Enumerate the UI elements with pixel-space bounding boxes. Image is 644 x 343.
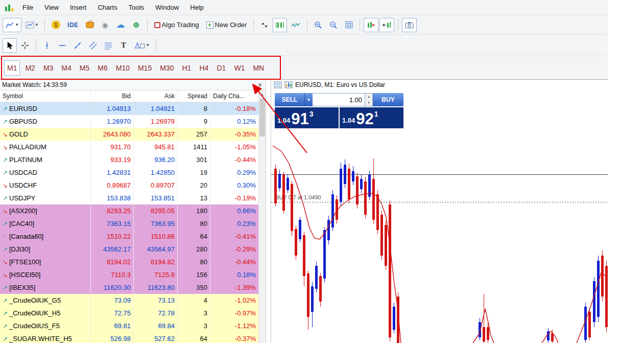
chart-profile-button[interactable]: ▾ — [22, 18, 41, 32]
buy-price-big-digits: 92 — [356, 112, 373, 127]
screenshot-button[interactable] — [402, 18, 417, 32]
market-watch-row[interactable]: ↘GOLD2643.0802643.337257-0.35% — [0, 128, 259, 141]
community-button[interactable]: ⊕ — [129, 18, 144, 32]
zoom-out-button[interactable] — [326, 18, 341, 32]
market-watch-row[interactable]: ↘[ASX200]8293.258295.051800.66% — [0, 204, 259, 217]
menu-insert[interactable]: Insert — [64, 0, 92, 15]
column-header-spread[interactable]: Spread — [178, 90, 210, 102]
symbol-name: USDCAD — [9, 169, 37, 176]
timeframe-m6[interactable]: M6 — [94, 60, 110, 76]
market-watch-row[interactable]: ↘[FTSE100]8194.028194.8280-0.44% — [0, 256, 259, 268]
symbol-cell: ↗EURUSD — [0, 102, 91, 115]
menu-help[interactable]: Help — [184, 0, 209, 15]
column-header-symbol[interactable]: Symbol — [0, 90, 91, 102]
depth-of-market-icon[interactable] — [274, 81, 282, 88]
symbol-cell: ↗[CAC40] — [0, 217, 91, 230]
shapes-tool-button[interactable]: ▾ — [132, 38, 152, 53]
close-icon[interactable]: × — [256, 80, 264, 90]
timeframe-w1[interactable]: W1 — [231, 60, 248, 76]
tick-chart-button[interactable] — [288, 18, 303, 32]
channel-tool-button[interactable] — [86, 38, 100, 53]
timeframe-m2[interactable]: M2 — [22, 60, 38, 76]
menu-charts[interactable]: Charts — [92, 0, 123, 15]
market-watch-row[interactable]: ↗[DJI30]43562.1743564.97280-0.29% — [0, 243, 259, 256]
fibonacci-tool-button[interactable] — [101, 38, 115, 53]
cloud-button[interactable]: ☁ — [113, 18, 128, 32]
ide-button[interactable]: IDE — [64, 18, 82, 32]
market-watch-row[interactable]: ↗[IBEX35]11620.3011623.80350-1.39% — [0, 281, 259, 294]
grid-button[interactable] — [342, 18, 356, 32]
timeframe-m1[interactable]: M1 — [4, 60, 20, 76]
market-watch-row[interactable]: ↗GBPUSD1.269701.2697990.12% — [0, 115, 259, 128]
column-header-bid[interactable]: Bid — [91, 90, 134, 102]
market-depth-button[interactable] — [273, 18, 287, 32]
buy-price-display[interactable]: 1.04 92 1 — [340, 107, 403, 128]
zoom-in-button[interactable] — [311, 18, 325, 32]
menu-view[interactable]: View — [39, 0, 64, 15]
market-watch-row[interactable]: ↗_CrudeOilUK_G573.0973.134-1.02% — [0, 294, 259, 307]
timeframe-mn[interactable]: MN — [250, 60, 267, 76]
timeframe-m15[interactable]: M15 — [135, 60, 155, 76]
sell-options-caret-icon[interactable]: ▼ — [304, 93, 313, 106]
chart-icon[interactable] — [284, 81, 293, 88]
timeframe-m3[interactable]: M3 — [40, 60, 56, 76]
cursor-tool-button[interactable] — [3, 38, 17, 53]
market-watch-row[interactable]: ↘USDCHF0.896870.89707200.30% — [0, 179, 259, 192]
menu-file[interactable]: File — [17, 0, 39, 15]
crosshair-tool-button[interactable] — [18, 38, 32, 53]
vertical-line-tool-button[interactable] — [40, 38, 54, 53]
market-watch-row[interactable]: ↗PLATINUM933.19936.20301-0.44% — [0, 153, 259, 166]
timeframe-m4[interactable]: M4 — [58, 60, 74, 76]
market-watch-row[interactable]: ↘PALLADIUM931.70945.811411-1.05% — [0, 141, 259, 153]
market-watch-row[interactable]: ↗USDCAD1.428311.42850190.29% — [0, 166, 259, 179]
scroll-up-icon[interactable]: ▲ — [259, 90, 266, 98]
chart-panel[interactable]: EURUSD, M1: Euro vs US Dollar SELL ▼ 1.0… — [271, 80, 608, 343]
spinner-up-icon[interactable]: ▲ — [365, 94, 372, 100]
market-watch-titlebar[interactable]: Market Watch: 14:33:59 × — [0, 80, 266, 90]
bid-cell: 69.81 — [91, 319, 134, 332]
trend-up-icon: ↗ — [3, 323, 9, 330]
market-watch-row[interactable]: ↗EURUSD1.049131.049218-0.18% — [0, 102, 259, 115]
chart-type-button[interactable]: ▾ — [3, 18, 21, 32]
sell-price-display[interactable]: 1.04 91 3 — [275, 107, 339, 128]
separator — [360, 19, 360, 31]
timeframe-d1[interactable]: D1 — [213, 60, 229, 76]
algo-trading-button[interactable]: Algo Trading — [151, 18, 202, 32]
market-watch-row[interactable]: ↘[HSCEI50]7110.37125.91560.18% — [0, 268, 259, 281]
cursor-icon — [6, 41, 13, 50]
broadcast-button[interactable]: ◉ — [98, 18, 112, 32]
column-header-ask[interactable]: Ask — [134, 90, 178, 102]
column-header-daily-change[interactable]: Daily Cha... — [210, 90, 259, 102]
menu-window[interactable]: Window — [150, 0, 184, 15]
text-tool-button[interactable]: T — [116, 38, 131, 53]
lot-size-input[interactable]: 1.00 — [313, 93, 365, 106]
timeframe-m30[interactable]: M30 — [157, 60, 177, 76]
lot-size-stepper[interactable]: ▲ ▼ — [365, 93, 373, 106]
timeframe-m5[interactable]: M5 — [77, 60, 92, 76]
market-watch-row[interactable]: ↗USDJPY153.838153.85113-0.19% — [0, 192, 259, 204]
market-watch-scrollbar[interactable]: ▲ — [258, 90, 266, 343]
new-order-button[interactable]: + New Order — [203, 18, 250, 32]
spinner-down-icon[interactable]: ▼ — [365, 100, 372, 106]
timeframe-m10[interactable]: M10 — [113, 60, 133, 76]
market-watch-row[interactable]: ↗_SUGAR.WHITE_H5526.98527.6264-0.37% — [0, 332, 259, 343]
trendline-tool-button[interactable] — [70, 38, 85, 53]
daily-change-cell: -0.18% — [210, 102, 259, 115]
market-button[interactable] — [83, 18, 97, 32]
market-watch-row[interactable]: ↗_CrudeOilUK_H572.7572.783-0.97% — [0, 307, 259, 319]
menu-tools[interactable]: Tools — [123, 0, 150, 15]
timeframe-h1[interactable]: H1 — [179, 60, 194, 76]
market-watch-row[interactable]: ↗[CAC40]7363.157363.95800.23% — [0, 217, 259, 230]
market-watch-row[interactable]: •[Canada60]1510.221510.8664-0.41% — [0, 230, 259, 243]
horizontal-line-tool-button[interactable] — [55, 38, 69, 53]
sell-button[interactable]: SELL — [275, 93, 304, 106]
auto-scroll-button[interactable] — [379, 18, 394, 32]
market-watch-row[interactable]: ↗_CrudeOilUS_F569.8169.843-1.12% — [0, 319, 259, 332]
scrollbar-thumb[interactable] — [259, 99, 265, 136]
tile-windows-button[interactable] — [257, 18, 272, 32]
buy-button[interactable]: BUY — [373, 93, 403, 106]
chart-shift-button[interactable] — [364, 18, 378, 32]
deposit-button[interactable]: $ — [49, 18, 63, 32]
timeframe-h4[interactable]: H4 — [196, 60, 211, 76]
caret-down-icon: ▾ — [36, 22, 38, 27]
